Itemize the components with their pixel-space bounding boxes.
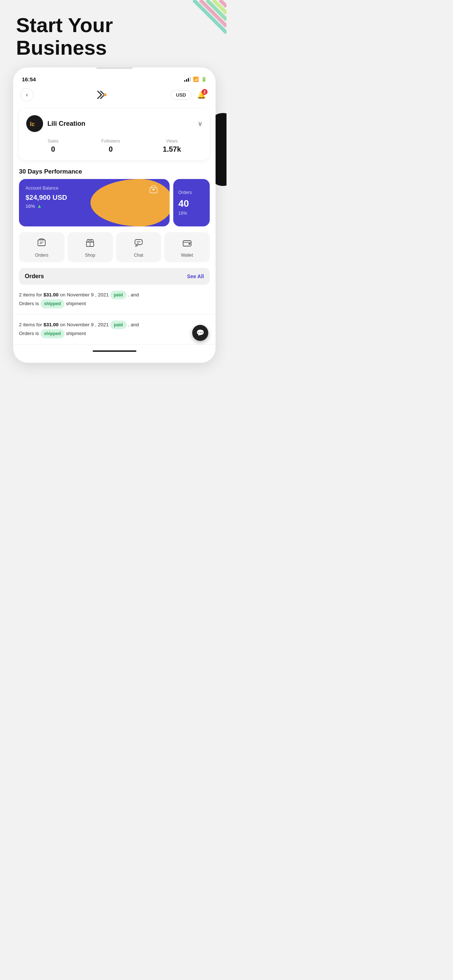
paid-badge: paid [110, 320, 126, 329]
on-text: on November 9 , 2021 [60, 321, 109, 329]
store-header: lc Lili Creation ∨ [26, 115, 203, 132]
performance-cards: Account Balance $24,900 USD 16% ▲ Orders… [13, 179, 215, 226]
svg-rect-11 [38, 240, 45, 246]
app-logo [96, 89, 108, 100]
balance-pct: 16% ▲ [26, 203, 163, 209]
orders-icon [37, 238, 46, 250]
paid-badge: paid [110, 291, 126, 299]
nav-bar: ‹ USD 🔔 2 [13, 85, 215, 106]
wallet-icon [182, 238, 192, 250]
chat-action-label: Chat [134, 253, 143, 258]
conjunction-text: . and [128, 321, 139, 329]
action-shop[interactable]: Shop [67, 232, 113, 262]
page-title: Start Your Business [16, 14, 113, 59]
store-icon [148, 184, 159, 197]
status-time: 16:54 [22, 76, 36, 83]
store-stats: Sales 0 Followers 0 Views 1.57k [26, 138, 203, 153]
wallet-action-label: Wallet [181, 253, 193, 258]
balance-content: Account Balance $24,900 USD 16% ▲ [26, 186, 163, 209]
on-text: on November 9 , 2021 [60, 291, 109, 299]
orders-value: 40 [179, 198, 205, 209]
shipment-text: shipment [66, 300, 86, 308]
order-line-1: 2 items for $31.00 on November 9 , 2021 … [19, 291, 210, 299]
notification-badge: 2 [202, 89, 207, 95]
followers-label: Followers [101, 138, 120, 144]
orders-card: Orders 40 16% [173, 179, 210, 226]
status-bar: 16:54 📶 🔋 [13, 71, 215, 85]
signal-icon [184, 77, 191, 82]
orders-is-text: Orders is [19, 300, 39, 308]
order-item: 2 items for $31.00 on November 9 , 2021 … [13, 285, 215, 315]
stat-sales: Sales 0 [48, 138, 59, 153]
svg-text:lc: lc [30, 121, 35, 127]
see-all-button[interactable]: See All [187, 274, 204, 279]
wifi-icon: 📶 [193, 76, 199, 82]
followers-value: 0 [101, 145, 120, 153]
stat-views: Views 1.57k [163, 138, 181, 153]
store-info: lc Lili Creation [26, 115, 85, 132]
order-list: 2 items for $31.00 on November 9 , 2021 … [13, 285, 215, 345]
order-line-2: Orders is shipped shipment [19, 299, 210, 308]
order-line-1: 2 items for $31.00 on November 9 , 2021 … [19, 320, 210, 329]
store-avatar: lc [26, 115, 43, 132]
chat-fab[interactable]: 💬 [192, 325, 208, 341]
order-line-2: Orders is shipped shipment [19, 329, 210, 338]
nav-right: USD 🔔 2 [171, 88, 208, 101]
action-chat[interactable]: Chat [116, 232, 161, 262]
order-amount: $31.00 [43, 291, 58, 299]
phone-notch [96, 67, 133, 69]
items-text: items for [23, 291, 42, 299]
orders-section-header: Orders See All [19, 268, 210, 285]
home-indicator [93, 350, 136, 352]
svg-rect-16 [135, 240, 142, 245]
corner-decoration [187, 0, 226, 40]
currency-button[interactable]: USD [171, 90, 191, 100]
items-text: items for [23, 321, 42, 329]
sales-label: Sales [48, 138, 59, 144]
order-amount: $31.00 [43, 321, 58, 329]
order-count: 2 [19, 321, 22, 329]
chat-icon [134, 238, 144, 250]
store-name: Lili Creation [48, 120, 85, 127]
action-wallet[interactable]: Wallet [164, 232, 210, 262]
views-label: Views [163, 138, 181, 144]
conjunction-text: . and [128, 291, 139, 299]
balance-amount: $24,900 USD [26, 194, 163, 202]
stat-followers: Followers 0 [101, 138, 120, 153]
shipped-badge: shipped [40, 329, 65, 338]
account-balance-card: Account Balance $24,900 USD 16% ▲ [19, 179, 170, 226]
action-orders[interactable]: Orders [19, 232, 65, 262]
order-item: 2 items for $31.00 on November 9 , 2021 … [13, 315, 215, 345]
up-arrow-icon: ▲ [37, 203, 42, 209]
chevron-down-icon[interactable]: ∨ [198, 119, 203, 127]
quick-actions: Orders Shop Chat [13, 226, 215, 268]
title-line1: Start Your [16, 13, 113, 37]
phone-mockup: 16:54 📶 🔋 ‹ USD [13, 67, 215, 363]
performance-section-title: 30 Days Performance [13, 163, 215, 179]
order-count: 2 [19, 291, 22, 299]
svg-rect-20 [188, 243, 190, 245]
svg-rect-10 [152, 189, 155, 190]
balance-label: Account Balance [26, 186, 163, 191]
battery-icon: 🔋 [201, 76, 207, 82]
store-card: lc Lili Creation ∨ Sales 0 Followers 0 V… [19, 109, 210, 160]
title-line2: Business [16, 36, 107, 59]
shop-action-label: Shop [85, 253, 95, 258]
notification-bell[interactable]: 🔔 2 [195, 88, 208, 101]
status-icons: 📶 🔋 [184, 76, 207, 82]
orders-label: Orders [179, 190, 205, 195]
sales-value: 0 [48, 145, 59, 153]
shop-icon [85, 238, 95, 250]
orders-pct: 16% [179, 211, 205, 216]
views-value: 1.57k [163, 145, 181, 153]
orders-action-label: Orders [35, 253, 48, 258]
orders-is-text: Orders is [19, 329, 39, 338]
shipped-badge: shipped [40, 299, 65, 308]
balance-pct-value: 16% [26, 204, 35, 209]
svg-point-6 [104, 93, 107, 96]
orders-section-title: Orders [25, 273, 44, 280]
shipment-text: shipment [66, 329, 86, 338]
message-icon: 💬 [196, 329, 204, 337]
back-button[interactable]: ‹ [21, 88, 33, 101]
